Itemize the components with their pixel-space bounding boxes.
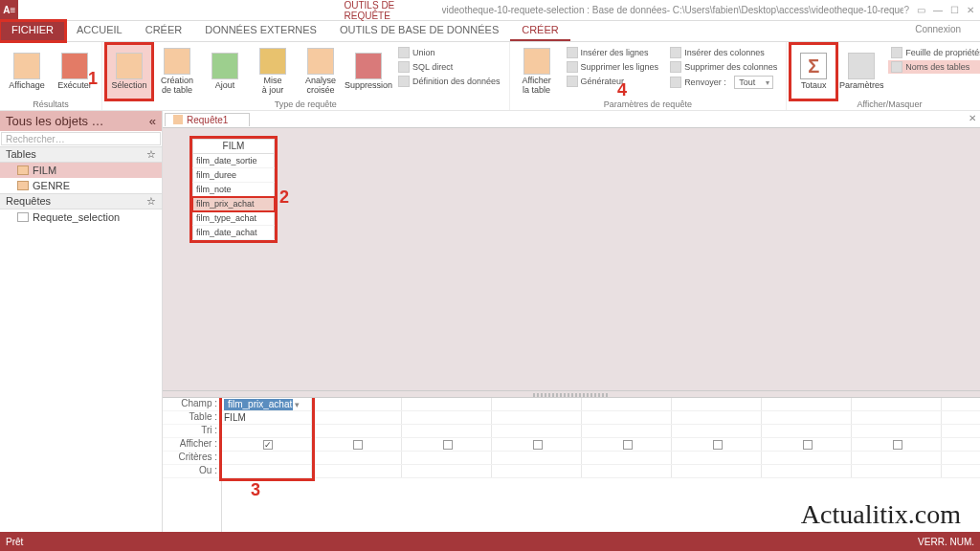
close-icon[interactable]: ✕ xyxy=(969,113,976,123)
table-icon xyxy=(17,165,29,175)
navigation-pane: Tous les objets …« Rechercher… Tables☆ F… xyxy=(0,111,163,532)
tab-donnees-externes[interactable]: DONNÉES EXTERNES xyxy=(193,21,328,41)
nav-item-film[interactable]: FILM xyxy=(0,163,162,178)
params-icon xyxy=(848,53,875,79)
doc-tab-requete1[interactable]: Requête1 xyxy=(165,113,250,126)
builder-icon xyxy=(567,76,578,87)
showtable-icon xyxy=(523,48,550,75)
collapse-icon[interactable]: ☆ xyxy=(146,148,156,161)
return-icon xyxy=(670,77,681,88)
field-item[interactable]: film_duree xyxy=(192,168,275,183)
marker-2: 2 xyxy=(279,187,289,208)
ribbon-tabs: FICHIER ACCUEIL CRÉER DONNÉES EXTERNES O… xyxy=(0,21,980,42)
inserer-lignes-button[interactable]: Insérer des lignes xyxy=(564,46,662,59)
croisee-button[interactable]: Analyse croisée xyxy=(298,44,344,99)
qbe-ou-cell[interactable] xyxy=(222,465,312,477)
tab-creer-context[interactable]: CRÉER xyxy=(510,21,570,41)
table-window-title: FILM xyxy=(192,139,275,154)
field-item[interactable]: film_date_achat xyxy=(192,226,275,240)
field-item[interactable]: film_type_achat xyxy=(192,211,275,226)
checkbox-icon[interactable] xyxy=(443,440,453,450)
qbe-afficher-cell[interactable]: ✓ xyxy=(222,438,312,451)
connexion-label[interactable]: Connexion xyxy=(896,21,980,41)
append-icon xyxy=(212,53,238,79)
nav-item-genre[interactable]: GENRE xyxy=(0,178,162,193)
qbe-tri-cell[interactable] xyxy=(222,425,312,437)
table-window-film[interactable]: FILM film_date_sortie film_duree film_no… xyxy=(191,138,276,241)
ribbon-group-type-requete: Sélection Création de table Ajout Mise à… xyxy=(102,42,510,110)
window-buttons[interactable]: ? ▭ — ☐ ✕ xyxy=(903,5,980,15)
collapse-icon[interactable]: ☆ xyxy=(146,195,156,208)
splitter[interactable] xyxy=(163,390,980,398)
renvoyer-dropdown[interactable]: Tout xyxy=(734,76,773,89)
checkbox-icon[interactable] xyxy=(893,440,902,450)
nav-section-tables[interactable]: Tables☆ xyxy=(0,146,162,163)
help-icon[interactable]: ? xyxy=(903,5,909,15)
chevron-down-icon[interactable]: « xyxy=(149,114,156,128)
query-icon xyxy=(17,212,29,222)
afficher-table-button[interactable]: Afficher la table xyxy=(514,44,560,99)
noms-tables-button[interactable]: Noms des tables xyxy=(888,60,980,74)
maj-button[interactable]: Mise à jour xyxy=(250,44,296,99)
parametres-button[interactable]: Paramètres xyxy=(838,44,884,99)
close-icon[interactable]: ✕ xyxy=(967,5,974,15)
document-tabs: Requête1 ✕ xyxy=(163,111,980,128)
checkbox-icon[interactable] xyxy=(803,440,813,450)
nav-item-requete-selection[interactable]: Requete_selection xyxy=(0,209,162,225)
grid-icon xyxy=(13,53,40,79)
propsheet-icon xyxy=(891,47,902,58)
affichage-button[interactable]: Affichage xyxy=(4,44,50,99)
supprimer-colonnes-button[interactable]: Supprimer des colonnes xyxy=(667,60,780,74)
union-icon xyxy=(398,47,410,58)
ajout-button[interactable]: Ajout xyxy=(202,44,248,99)
checkbox-icon[interactable] xyxy=(623,440,633,450)
checkbox-icon[interactable] xyxy=(713,440,723,450)
title-bar: A≡ OUTILS DE REQUÊTE videotheque-10-requ… xyxy=(0,0,980,21)
ribbon-group-parametres-requete: Afficher la table Insérer des lignes Sup… xyxy=(510,42,788,110)
checkbox-icon[interactable] xyxy=(353,440,363,450)
field-item[interactable]: film_date_sortie xyxy=(192,154,275,168)
contextual-tools-label: OUTILS DE REQUÊTE xyxy=(344,0,432,21)
nav-header[interactable]: Tous les objets …« xyxy=(0,111,162,131)
insert-row-icon xyxy=(567,47,578,58)
nav-section-requetes[interactable]: Requêtes☆ xyxy=(0,193,162,209)
insert-col-icon xyxy=(670,47,681,58)
selection-button[interactable]: Sélection xyxy=(106,44,152,99)
union-button[interactable]: Union xyxy=(395,46,503,59)
suppression-button[interactable]: Suppression xyxy=(345,44,391,99)
qbe-table-cell[interactable]: FILM xyxy=(222,411,312,424)
tab-accueil[interactable]: ACCUEIL xyxy=(65,21,134,41)
creation-table-button[interactable]: Création de table xyxy=(154,44,200,99)
checkbox-icon[interactable] xyxy=(533,440,543,450)
maketable-icon xyxy=(164,48,190,75)
def-donnees-button[interactable]: Définition des données xyxy=(395,75,503,88)
checkbox-checked-icon[interactable]: ✓ xyxy=(263,440,273,450)
field-item[interactable]: film_note xyxy=(192,183,275,197)
minimize-icon[interactable]: — xyxy=(933,5,943,15)
database-title: videotheque-10-requete-selection : Base … xyxy=(442,5,904,15)
feuille-proprietes-button[interactable]: Feuille de propriétés xyxy=(888,46,980,59)
query-design-surface[interactable]: FILM film_date_sortie film_duree film_no… xyxy=(163,128,980,390)
maximize-icon[interactable]: ☐ xyxy=(950,5,959,15)
totaux-button[interactable]: ΣTotaux xyxy=(791,44,836,99)
supprimer-lignes-button[interactable]: Supprimer les lignes xyxy=(564,60,662,74)
tablenames-icon xyxy=(891,61,902,73)
generateur-button[interactable]: Générateur xyxy=(564,75,662,88)
delete-row-icon xyxy=(567,61,578,73)
status-right: VERR. NUM. xyxy=(918,537,974,547)
ribbon-toggle-icon[interactable]: ▭ xyxy=(917,5,925,15)
ribbon-group-resultats: Affichage Exécuter Résultats xyxy=(0,42,102,110)
inserer-colonnes-button[interactable]: Insérer des colonnes xyxy=(667,46,780,59)
renvoyer-row: Renvoyer : Tout xyxy=(667,75,780,90)
tab-file[interactable]: FICHIER xyxy=(0,21,65,41)
sql-direct-button[interactable]: SQL direct xyxy=(395,60,503,74)
marker-1: 1 xyxy=(88,69,98,89)
qbe-criteres-cell[interactable] xyxy=(222,452,312,464)
tab-outils-bd[interactable]: OUTILS DE BASE DE DONNÉES xyxy=(328,21,510,41)
update-icon xyxy=(259,48,286,75)
qbe-field-cell[interactable]: film_prix_achat▾ xyxy=(222,398,312,410)
tab-creer[interactable]: CRÉER xyxy=(134,21,194,41)
nav-search-input[interactable]: Rechercher… xyxy=(1,132,161,145)
ribbon-group-afficher-masquer: ΣTotaux Paramètres Feuille de propriétés… xyxy=(787,42,980,110)
field-item-selected[interactable]: film_prix_achat xyxy=(192,197,275,211)
